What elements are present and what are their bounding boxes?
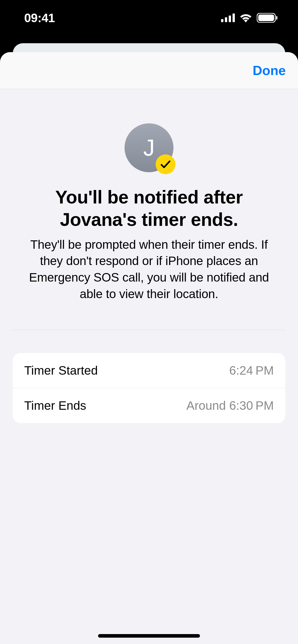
status-bar: 09:41 xyxy=(0,0,298,36)
timer-ends-row: Timer Ends Around 6:30 PM xyxy=(13,388,285,423)
timer-ends-label: Timer Ends xyxy=(24,399,86,413)
svg-rect-3 xyxy=(233,13,235,22)
description-text: They'll be prompted when their timer end… xyxy=(13,237,285,302)
check-badge xyxy=(156,154,175,174)
avatar-container: J xyxy=(125,123,173,172)
status-icons xyxy=(221,13,278,23)
timer-started-label: Timer Started xyxy=(24,363,98,377)
timer-info-group: Timer Started 6:24 PM Timer Ends Around … xyxy=(13,353,285,423)
timer-started-row: Timer Started 6:24 PM xyxy=(13,353,285,388)
modal-header: Done xyxy=(0,52,298,89)
timer-started-value: 6:24 PM xyxy=(229,363,274,377)
svg-rect-0 xyxy=(221,19,223,22)
done-button[interactable]: Done xyxy=(253,63,286,78)
content-area: J You'll be notified after Jovana's time… xyxy=(0,89,298,423)
status-time: 09:41 xyxy=(24,11,55,25)
wifi-icon xyxy=(239,13,252,22)
home-indicator[interactable] xyxy=(98,634,200,638)
checkmark-icon xyxy=(160,159,171,169)
page-title: You'll be notified after Jovana's timer … xyxy=(13,186,285,231)
modal-sheet: Done J You'll be notified after Jovana's… xyxy=(0,52,298,644)
svg-rect-5 xyxy=(258,14,274,21)
svg-rect-2 xyxy=(229,16,231,22)
battery-icon xyxy=(257,13,278,23)
timer-ends-value: Around 6:30 PM xyxy=(186,399,274,413)
divider xyxy=(13,330,285,330)
svg-rect-6 xyxy=(276,16,277,20)
cellular-signal-icon xyxy=(221,13,235,22)
svg-rect-1 xyxy=(225,17,227,22)
